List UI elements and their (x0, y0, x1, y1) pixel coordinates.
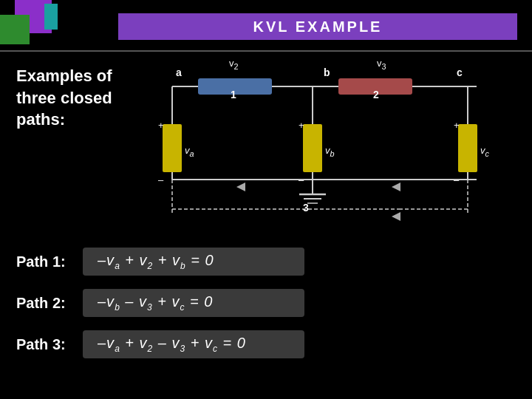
equation-row-3: Path 3: –va + v2 – v3 + vc = 0 (16, 330, 516, 358)
path1-equation: –va + v2 + vb = 0 (98, 252, 214, 271)
path3-equation: –va + v2 – v3 + vc = 0 (98, 335, 246, 354)
intro-line1: Examples of (16, 65, 112, 87)
path1-equation-box: –va + v2 + vb = 0 (83, 248, 304, 276)
vb-plus: + (299, 120, 304, 131)
equation-row-1: Path 1: –va + v2 + vb = 0 (16, 248, 516, 276)
path-number-1: 1 (231, 89, 236, 100)
path-number-3: 3 (303, 202, 309, 214)
path2-equation-box: –vb – v3 + vc = 0 (83, 289, 304, 317)
path1-label: Path 1: (16, 253, 83, 270)
vb-name: vb (325, 145, 335, 158)
va-plus: + (158, 120, 164, 131)
decorative-squares (0, 0, 59, 52)
equation-row-2: Path 2: –vb – v3 + vc = 0 (16, 289, 516, 317)
equations-area: Path 1: –va + v2 + vb = 0 Path 2: –vb – … (0, 248, 532, 372)
green-square (0, 15, 30, 44)
page-title: KVL EXAMPLE (253, 18, 383, 35)
path2-equation: –vb – v3 + vc = 0 (98, 293, 213, 313)
vb-minus: – (299, 174, 304, 185)
divider (0, 50, 532, 52)
svg-marker-14 (392, 212, 400, 221)
v2-label: v2 (229, 58, 239, 71)
vc-minus: – (454, 174, 459, 185)
va-minus: – (158, 174, 163, 185)
node-a-label: a (176, 66, 182, 78)
path-number-2: 2 (373, 89, 379, 100)
v3-label: v3 (377, 58, 386, 71)
vc-name: vc (480, 145, 489, 158)
intro-line3: paths: (16, 109, 112, 131)
node-c-label: c (457, 66, 463, 78)
svg-marker-13 (392, 183, 400, 191)
vc-plus: + (454, 120, 460, 131)
circuit-diagram: a b c v2 v3 1 2 3 + – va + – vb + – vc (148, 58, 525, 242)
path3-equation-box: –va + v2 – v3 + vc = 0 (83, 330, 304, 358)
node-b-label: b (324, 66, 330, 78)
intro-line2: three closed (16, 87, 112, 109)
title-bar: KVL EXAMPLE (118, 13, 517, 40)
va-name: va (185, 145, 194, 158)
intro-text: Examples of three closed paths: (16, 65, 112, 131)
source-va (163, 124, 182, 172)
svg-marker-12 (236, 183, 245, 191)
source-vb (303, 124, 322, 172)
teal-square (44, 4, 58, 30)
path3-label: Path 3: (16, 336, 83, 353)
path2-label: Path 2: (16, 295, 83, 312)
source-vc (458, 124, 477, 172)
